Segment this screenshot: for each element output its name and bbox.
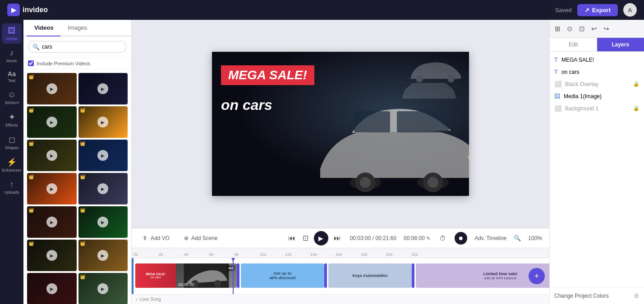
play-button[interactable]: ▶ bbox=[314, 231, 328, 245]
ruler-mark: 2s bbox=[159, 252, 171, 258]
change-colors-row: Change Project Colors ⚙ bbox=[550, 287, 644, 304]
add-scene-timeline-button[interactable]: + bbox=[529, 268, 545, 284]
mega-sale-text: MEGA SALE! bbox=[221, 65, 314, 85]
ruler-mark: 16s bbox=[336, 252, 348, 258]
scene-splitter-3[interactable] bbox=[412, 263, 414, 288]
scene1-thumb: MEGA SALE! on cars bbox=[135, 263, 176, 288]
text-layer-icon: T bbox=[554, 56, 558, 63]
ruler-mark: 4s bbox=[184, 252, 197, 258]
layer-item-black-overlay[interactable]: ⬜ Black Overlay 🔒 bbox=[550, 78, 644, 90]
scene-splitter-1[interactable] bbox=[237, 263, 239, 288]
play-icon: ▶ bbox=[46, 183, 57, 194]
layer-item-background1[interactable]: ⬜ Background 1 🔒 bbox=[550, 102, 644, 114]
list-item[interactable]: 👑 ▶ bbox=[27, 140, 77, 171]
image-layer-icon: 🖼 bbox=[554, 93, 560, 100]
canvas-frame[interactable]: MEGA SALE! on cars bbox=[212, 52, 469, 196]
layer-item-mega-sale[interactable]: T MEGA SALE! bbox=[550, 54, 644, 66]
scene1-more-button[interactable]: ••• bbox=[226, 265, 235, 271]
scene-segment-2[interactable]: Get up to 40% discount bbox=[241, 263, 324, 288]
skip-forward-button[interactable]: ⏭ bbox=[332, 232, 343, 244]
zoom-icon: 🔍 bbox=[514, 235, 521, 241]
tab-videos[interactable]: Videos bbox=[27, 20, 60, 36]
list-item[interactable]: ▶ bbox=[27, 273, 77, 304]
adjust-button[interactable]: ⊙ bbox=[566, 23, 574, 34]
sidebar-item-shapes[interactable]: ◻ Shapes bbox=[2, 132, 22, 153]
crown-icon: 👑 bbox=[28, 241, 34, 246]
grid-view-button[interactable]: ⊞ bbox=[553, 23, 562, 34]
sidebar-item-text[interactable]: Aa Text bbox=[2, 68, 22, 86]
list-item[interactable]: 👑 ▶ bbox=[27, 106, 77, 138]
right-tabs: Edit Layers bbox=[550, 38, 644, 52]
crop-button[interactable]: ⊡ bbox=[578, 23, 586, 34]
tracks-content: MEGA SALE! on cars ••• 00 bbox=[133, 258, 549, 294]
add-vo-button[interactable]: 🎙 Add VO bbox=[139, 233, 173, 243]
tab-images[interactable]: Images bbox=[60, 20, 94, 36]
ruler-mark bbox=[272, 257, 285, 258]
avatar[interactable]: A bbox=[623, 3, 637, 17]
scene-splitter-2[interactable] bbox=[324, 263, 327, 288]
layer-on-cars-name: on cars bbox=[561, 69, 639, 75]
play-icon: ▶ bbox=[46, 283, 57, 294]
sidebar-item-effects[interactable]: ✦ Effects bbox=[2, 109, 22, 130]
edit-duration-icon[interactable]: ✎ bbox=[426, 236, 430, 241]
layer-item-media1[interactable]: 🖼 Media 1(Image) bbox=[550, 90, 644, 102]
ruler-mark: 18s bbox=[361, 252, 373, 258]
scene-segment-3[interactable]: Keys Automobiles bbox=[328, 263, 412, 288]
sidebar-item-stickers[interactable]: ☺ Stickers bbox=[2, 87, 22, 108]
timer-icon-button[interactable]: ⏱ bbox=[437, 233, 447, 244]
sidebar-item-media[interactable]: 🖼 Media bbox=[2, 23, 22, 44]
list-item[interactable]: 👑 ▶ bbox=[78, 240, 128, 271]
record-button[interactable]: ⏺ bbox=[455, 232, 467, 245]
layer-item-on-cars[interactable]: T on cars bbox=[550, 66, 644, 78]
sidebar-item-uploads[interactable]: ↑ Uploads bbox=[2, 177, 22, 197]
tab-edit[interactable]: Edit bbox=[550, 38, 597, 51]
list-item[interactable]: 👑 ▶ bbox=[78, 273, 128, 304]
list-item[interactable]: 👑 ▶ bbox=[78, 173, 128, 204]
top-bar-right: Saved ↗ Export A bbox=[555, 3, 637, 17]
ruler-mark: 8s bbox=[235, 252, 247, 258]
car-svg bbox=[293, 79, 469, 196]
search-input[interactable] bbox=[28, 41, 127, 53]
undo-button[interactable]: ↩ bbox=[590, 23, 598, 34]
add-scene-button[interactable]: ⊕ Add Scene bbox=[180, 233, 221, 243]
list-item[interactable]: 👑 ▶ bbox=[27, 240, 77, 271]
adv-timeline-button[interactable]: Adv. Timeline bbox=[474, 235, 506, 241]
tab-layers[interactable]: Layers bbox=[597, 38, 644, 51]
play-icon: ▶ bbox=[46, 250, 57, 261]
sidebar-item-music[interactable]: ♪ Music bbox=[2, 45, 22, 66]
bg-car-small bbox=[406, 59, 465, 83]
playhead[interactable] bbox=[233, 258, 234, 294]
crown-icon: 👑 bbox=[80, 274, 85, 279]
list-item[interactable]: 👑 ▶ bbox=[78, 206, 128, 238]
list-item[interactable]: 👑 ▶ bbox=[78, 140, 128, 171]
right-toolbar: ⊞ ⊙ ⊡ ↩ ↪ bbox=[550, 20, 644, 38]
timeline-area: 🎙 Add VO ⊕ Add Scene ⏮ ⊡ ▶ ⏭ 00:03:00 / … bbox=[132, 228, 549, 304]
uploads-icon: ↑ bbox=[10, 180, 14, 189]
svg-point-10 bbox=[447, 75, 455, 82]
list-item[interactable]: 👑 ▶ bbox=[27, 173, 77, 204]
premium-label[interactable]: Include Premium Videos bbox=[37, 61, 90, 66]
screenshot-button[interactable]: ⊡ bbox=[301, 232, 310, 244]
scene1-thumb-text: MEGA SALE! bbox=[146, 272, 166, 276]
premium-checkbox[interactable] bbox=[28, 60, 34, 66]
scene-segment-1[interactable]: MEGA SALE! on cars ••• 00 bbox=[135, 263, 237, 288]
list-item[interactable]: 👑 ▶ bbox=[78, 106, 128, 138]
svg-point-5 bbox=[360, 177, 371, 188]
sidebar-item-enhancers[interactable]: ⚡ Enhancers bbox=[2, 154, 22, 175]
redo-button[interactable]: ↪ bbox=[602, 23, 611, 34]
app-logo: ▶ invideo bbox=[7, 4, 48, 16]
ruler-mark bbox=[298, 257, 310, 258]
ruler-mark: 6s bbox=[209, 252, 222, 258]
settings-icon[interactable]: ⚙ bbox=[634, 292, 639, 299]
timeline-tracks: MEGA SALE! on cars ••• 00 bbox=[132, 258, 549, 294]
export-button[interactable]: ↗ Export bbox=[577, 4, 618, 16]
skip-back-button[interactable]: ⏮ bbox=[286, 232, 297, 244]
list-item[interactable]: 👑 ▶ bbox=[27, 73, 77, 104]
search-box: 🔍 bbox=[23, 36, 131, 58]
ruler-mark bbox=[323, 257, 336, 258]
video-grid: 👑 ▶ ▶ 👑 ▶ 👑 ▶ 👑 ▶ 👑 ▶ � bbox=[23, 69, 131, 304]
lock-icon: 🔒 bbox=[633, 81, 639, 87]
list-item[interactable]: ▶ bbox=[78, 73, 128, 104]
timeline-ruler: 0s 2s 4s 6s 8s 10s 12s 14s 16s bbox=[132, 248, 549, 258]
list-item[interactable]: 👑 ▶ bbox=[27, 206, 77, 238]
